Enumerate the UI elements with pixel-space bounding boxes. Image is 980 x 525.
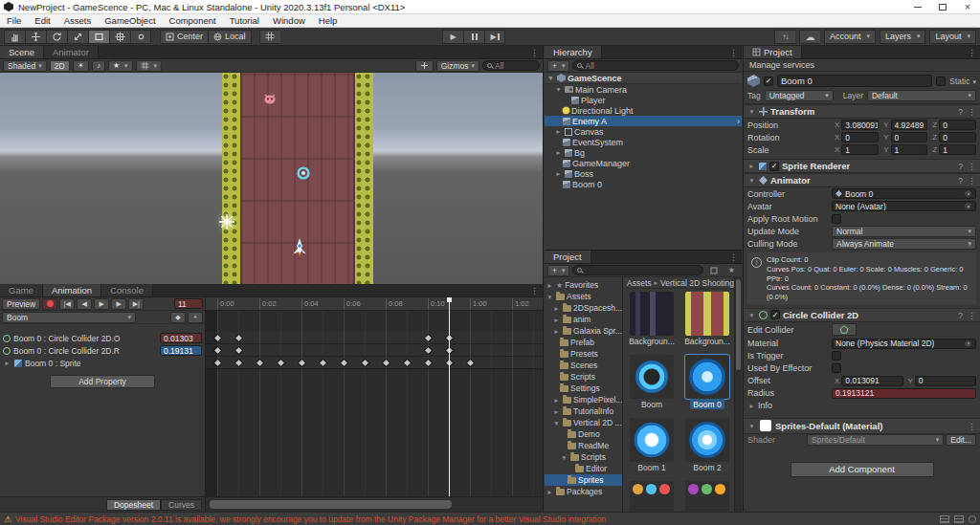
- material-menu-icon[interactable]: [968, 421, 976, 431]
- foldout-icon[interactable]: [3, 359, 11, 367]
- update-mode-dropdown[interactable]: Normal: [832, 226, 976, 237]
- scene-camera-settings-button[interactable]: [415, 60, 434, 72]
- foldout-icon[interactable]: [747, 311, 756, 319]
- prefab-open-icon[interactable]: ›: [737, 117, 740, 126]
- folder-editor[interactable]: Editor: [545, 463, 622, 474]
- foldout-icon[interactable]: [747, 107, 756, 116]
- project-vscrollbar[interactable]: [734, 277, 742, 512]
- foldout-icon[interactable]: [747, 162, 756, 170]
- menu-assets[interactable]: Assets: [57, 14, 99, 28]
- scale-y-field[interactable]: 1: [891, 144, 928, 155]
- animated-property-row[interactable]: Boom 0 : Sprite: [0, 357, 205, 369]
- tag-dropdown[interactable]: Untagged: [765, 90, 834, 101]
- folder-assets[interactable]: Assets: [545, 291, 622, 302]
- tab-animator[interactable]: Animator: [44, 46, 99, 58]
- add-property-button[interactable]: Add Property: [50, 375, 155, 388]
- previous-frame-button[interactable]: ◀: [77, 298, 92, 310]
- tab-game[interactable]: Game: [0, 284, 43, 296]
- hierarchy-search-input[interactable]: All: [572, 60, 739, 71]
- folder-scenes[interactable]: Scenes: [545, 360, 622, 371]
- project-panel-menu-icon[interactable]: [725, 251, 742, 263]
- hierarchy-item-enemy-a[interactable]: Enemy A›: [545, 116, 742, 126]
- scale-x-field[interactable]: 1: [841, 144, 879, 155]
- is-trigger-checkbox[interactable]: [832, 351, 841, 361]
- hierarchy-item-eventsystem[interactable]: EventSystem: [545, 137, 742, 147]
- folder-settings[interactable]: Settings: [545, 383, 622, 394]
- last-frame-button[interactable]: ▶|: [128, 298, 144, 310]
- dopesheet-tab[interactable]: Dopesheet: [106, 499, 161, 511]
- tab-project[interactable]: Project: [545, 251, 591, 263]
- auto-generate-lighting-icon[interactable]: [940, 515, 949, 523]
- foldout-icon[interactable]: [747, 422, 756, 430]
- status-message[interactable]: Visual Studio Editor Package version 2.0…: [15, 514, 606, 524]
- circle-collider-header[interactable]: Circle Collider 2D: [744, 308, 980, 322]
- foldout-icon[interactable]: [747, 176, 756, 185]
- curves-tab[interactable]: Curves: [161, 499, 202, 511]
- rotate-tool-button[interactable]: [46, 30, 67, 44]
- hierarchy-create-button[interactable]: +: [547, 60, 569, 72]
- rect-tool-button[interactable]: [88, 30, 109, 44]
- tab-scene[interactable]: Scene: [0, 46, 44, 58]
- collab-button[interactable]: ↑↓: [774, 30, 795, 44]
- first-frame-button[interactable]: |◀: [59, 298, 75, 310]
- hierarchy-item-main-camera[interactable]: Main Camera: [545, 84, 742, 95]
- inspector-panel-menu-icon[interactable]: [964, 46, 980, 58]
- foldout-icon[interactable]: [554, 127, 563, 136]
- avatar-object-field[interactable]: None (Avatar): [832, 201, 976, 211]
- rotation-y-field[interactable]: 0: [891, 132, 928, 142]
- component-menu-icon[interactable]: [968, 175, 976, 186]
- transform-component-header[interactable]: Transform: [744, 104, 980, 119]
- grid-visibility-dropdown[interactable]: [136, 60, 163, 72]
- asset-item[interactable]: [626, 481, 678, 512]
- pivot-toggle-button[interactable]: Center: [160, 30, 209, 44]
- help-icon[interactable]: [958, 161, 963, 171]
- timeline-area[interactable]: 0:000:020:040:060:080:101:001:02: [206, 297, 543, 512]
- console-activity-icon[interactable]: [954, 515, 964, 523]
- folder-presets[interactable]: Presets: [545, 348, 622, 360]
- menu-edit[interactable]: Edit: [28, 14, 56, 28]
- foldout-icon[interactable]: [546, 488, 554, 496]
- asset-item[interactable]: Boom 1: [626, 418, 678, 479]
- menu-gameobject[interactable]: GameObject: [98, 14, 162, 28]
- foldout-icon[interactable]: [552, 327, 561, 336]
- shading-mode-dropdown[interactable]: Shaded: [3, 60, 47, 72]
- boom-effect-sprite[interactable]: [296, 165, 311, 181]
- rotation-x-field[interactable]: 0: [841, 132, 879, 142]
- folder-vertical-2d[interactable]: Vertical 2D ...: [545, 417, 622, 428]
- offset-x-field[interactable]: 0.013091: [841, 376, 902, 386]
- status-bar[interactable]: Visual Studio Editor Package version 2.0…: [0, 512, 980, 525]
- folder-scripts[interactable]: Scripts: [545, 371, 622, 383]
- 2d-toggle-button[interactable]: 2D: [50, 60, 70, 72]
- scene-viewport[interactable]: [0, 73, 543, 284]
- component-menu-icon[interactable]: [968, 161, 976, 171]
- scene-header-row[interactable]: GameScence: [545, 73, 742, 84]
- hierarchy-item-boss[interactable]: Boss: [545, 168, 742, 179]
- effects-dropdown[interactable]: ★: [108, 60, 133, 72]
- folder-sprites[interactable]: Sprites: [545, 474, 622, 486]
- cloud-services-button[interactable]: [799, 30, 820, 44]
- folder-2dspaceshooter[interactable]: 2DSpacesh...: [545, 302, 622, 314]
- foldout-icon[interactable]: [554, 148, 563, 157]
- manage-services-button[interactable]: Manage services: [744, 59, 980, 72]
- folder-galaxia-sprite[interactable]: Galaxia Spr...: [545, 325, 622, 337]
- object-picker-icon[interactable]: [964, 189, 972, 198]
- hierarchy-panel-menu-icon[interactable]: [725, 46, 742, 58]
- asset-item[interactable]: Boom: [626, 355, 678, 416]
- static-checkbox[interactable]: [936, 77, 946, 86]
- breadcrumb-root[interactable]: Assets: [627, 278, 652, 288]
- offset-y-field[interactable]: 0: [915, 376, 976, 386]
- add-component-button[interactable]: Add Component: [791, 462, 934, 477]
- component-menu-icon[interactable]: [968, 310, 976, 320]
- audio-toggle-button[interactable]: ♪: [92, 60, 105, 72]
- play-animation-button[interactable]: ▶: [94, 298, 109, 310]
- grid-snapping-button[interactable]: [259, 30, 280, 44]
- favorites-item[interactable]: Favorites: [545, 279, 622, 291]
- tab-inspector-dock[interactable]: Project: [744, 46, 802, 58]
- project-create-button[interactable]: +: [547, 265, 569, 276]
- pause-button[interactable]: [463, 30, 484, 44]
- maximize-button[interactable]: [930, 0, 955, 14]
- folder-readme[interactable]: ReadMe: [545, 440, 622, 451]
- add-keyframe-button[interactable]: ◆: [170, 312, 186, 323]
- foldout-icon[interactable]: [546, 281, 554, 290]
- close-button[interactable]: [955, 0, 980, 14]
